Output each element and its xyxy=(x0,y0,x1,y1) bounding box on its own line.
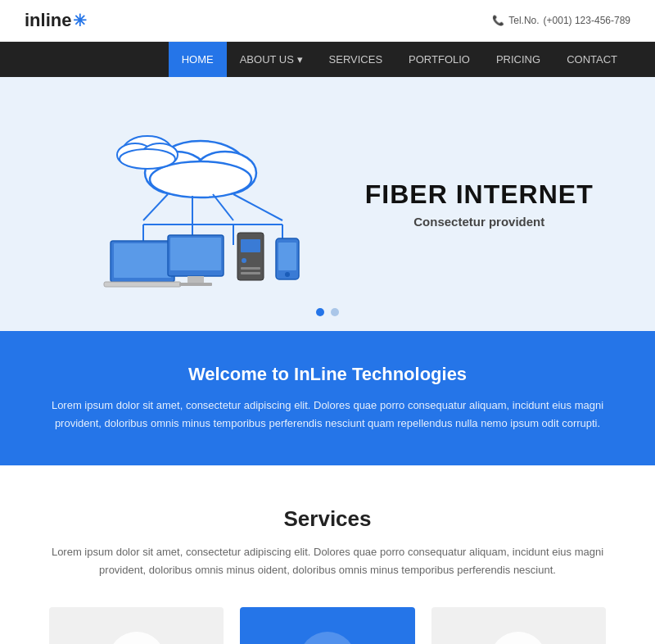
svg-rect-19 xyxy=(104,282,181,287)
svg-line-8 xyxy=(143,194,168,220)
welcome-body: Lorem ipsum dolor sit amet, consectetur … xyxy=(49,397,606,433)
card-icon-wrap-fiber-net xyxy=(490,632,547,644)
phone-info: 📞 Tel.No. (+001) 123-456-789 xyxy=(492,15,630,26)
logo-text: inline xyxy=(25,10,71,31)
card-icon-wrap-web-hosting xyxy=(108,632,165,644)
hero-title: FIBER INTERNET xyxy=(365,179,594,210)
nav-portfolio[interactable]: PORTFOLIO xyxy=(395,42,483,77)
services-heading: Services xyxy=(49,506,606,532)
services-description: Lorem ipsum dolor sit amet, consectetur … xyxy=(49,543,606,579)
logo[interactable]: inline✳ xyxy=(25,10,87,31)
nav-about[interactable]: ABOUT US ▾ xyxy=(227,42,316,77)
logo-star-icon: ✳ xyxy=(73,11,87,30)
hero-section: FIBER INTERNET Consectetur provident xyxy=(0,77,655,331)
phone-icon: 📞 xyxy=(492,15,504,26)
card-cloud-service[interactable]: Cloud Service Lorem ipsum dolor sitamet,… xyxy=(240,607,414,644)
slider-dots xyxy=(316,308,339,316)
welcome-title: Welcome to InLine Technologies xyxy=(49,364,606,385)
hero-svg-image xyxy=(70,106,332,302)
phone-number: (+001) 123-456-789 xyxy=(544,15,630,26)
hero-subtitle: Consectetur provident xyxy=(365,215,594,229)
nav-home[interactable]: HOME xyxy=(169,42,227,77)
site-header: inline✳ 📞 Tel.No. (+001) 123-456-789 xyxy=(0,0,655,42)
welcome-section: Welcome to InLine Technologies Lorem ips… xyxy=(0,331,655,465)
svg-rect-21 xyxy=(170,238,221,270)
dot-2[interactable] xyxy=(331,308,339,316)
svg-point-7 xyxy=(120,149,175,169)
svg-rect-30 xyxy=(278,243,296,270)
card-web-hosting[interactable]: Web Hosting Lorem ipsum dolor sitamet, c… xyxy=(49,607,224,644)
hero-illustration xyxy=(61,106,340,302)
hero-text-block: FIBER INTERNET Consectetur provident xyxy=(365,179,594,229)
service-cards-container: Web Hosting Lorem ipsum dolor sitamet, c… xyxy=(49,607,606,644)
svg-rect-28 xyxy=(241,272,260,274)
nav-services[interactable]: SERVICES xyxy=(316,42,396,77)
services-section: Services Lorem ipsum dolor sit amet, con… xyxy=(0,465,655,644)
svg-rect-27 xyxy=(241,267,260,270)
svg-rect-23 xyxy=(179,283,212,286)
svg-point-26 xyxy=(242,258,246,263)
svg-line-10 xyxy=(213,194,233,220)
phone-label: Tel.No. xyxy=(508,15,539,26)
svg-rect-25 xyxy=(241,239,260,252)
svg-point-31 xyxy=(285,272,290,277)
nav-pricing[interactable]: PRICING xyxy=(483,42,553,77)
main-nav: HOME ABOUT US ▾ SERVICES PORTFOLIO PRICI… xyxy=(0,42,655,77)
dot-1[interactable] xyxy=(316,308,324,316)
svg-line-11 xyxy=(233,194,282,220)
nav-contact[interactable]: CONTACT xyxy=(553,42,630,77)
svg-rect-18 xyxy=(114,243,171,278)
card-icon-wrap-cloud-service xyxy=(299,632,356,644)
svg-rect-22 xyxy=(187,276,204,283)
card-fiber-net[interactable]: Fiber Net Lorem ipsum dolor sitamet, con… xyxy=(431,607,606,644)
